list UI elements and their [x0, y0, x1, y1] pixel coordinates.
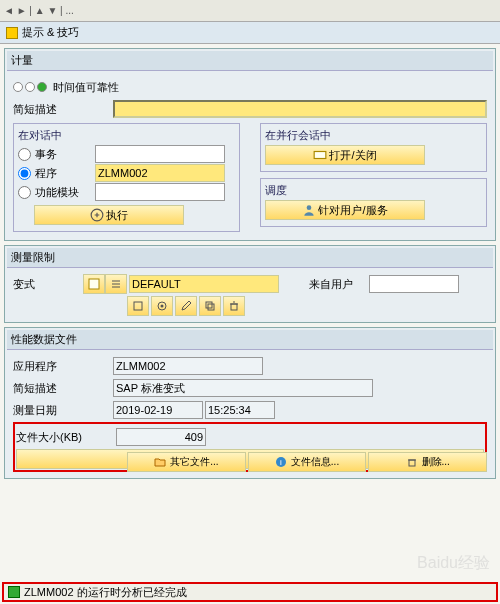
execute-icon: [90, 208, 104, 222]
radio-transaction[interactable]: [18, 148, 31, 161]
radio-transaction-label: 事务: [35, 147, 95, 162]
status-message: ZLMM002 的运行时分析已经完成: [24, 585, 187, 600]
svg-rect-8: [208, 304, 214, 310]
status-bar: ZLMM002 的运行时分析已经完成: [2, 582, 498, 602]
trash-icon: [406, 456, 418, 468]
svg-rect-1: [315, 152, 327, 159]
app-program-label: 应用程序: [13, 359, 113, 374]
variant-input[interactable]: [129, 275, 279, 293]
user-icon: [302, 203, 316, 217]
execute-button[interactable]: 执行: [34, 205, 184, 225]
measure-date-value: [113, 401, 203, 419]
measure-panel: 计量 时间值可靠性 简短描述 在对话中 事务: [4, 48, 496, 241]
from-user-input[interactable]: [369, 275, 459, 293]
svg-rect-4: [134, 302, 142, 310]
limit-panel: 测量限制 变式 来自用户: [4, 245, 496, 323]
schedule-button[interactable]: 针对用户/服务: [265, 200, 425, 220]
delete-file-button[interactable]: 删除...: [368, 452, 487, 472]
lightbulb-icon: [6, 27, 18, 39]
open-close-button[interactable]: 打开/关闭: [265, 145, 425, 165]
variant-label: 变式: [13, 277, 83, 292]
delete-icon[interactable]: [223, 296, 245, 316]
reliability-indicator: [13, 82, 47, 92]
perf-file-panel: 性能数据文件 应用程序 简短描述 测量日期 文件大小(KB) 评估: [4, 327, 496, 479]
radio-program[interactable]: [18, 167, 31, 180]
in-dialog-title: 在对话中: [18, 128, 235, 143]
svg-rect-15: [409, 460, 415, 466]
copy-icon[interactable]: [199, 296, 221, 316]
hint-label: 提示 & 技巧: [22, 25, 79, 40]
other-files-button[interactable]: 其它文件...: [127, 452, 246, 472]
window-toolbar: ◄ ► | ▲ ▼ | ...: [0, 0, 500, 22]
short-desc-label: 简短描述: [13, 102, 113, 117]
svg-text:i: i: [280, 458, 282, 467]
variant-help-icon[interactable]: [83, 274, 105, 294]
perf-short-desc-value: [113, 379, 373, 397]
transaction-input[interactable]: [95, 145, 225, 163]
info-icon: i: [275, 456, 287, 468]
nav-arrows[interactable]: ◄ ► | ▲ ▼ | ...: [4, 5, 74, 16]
create-icon[interactable]: [127, 296, 149, 316]
file-size-value: [116, 428, 206, 446]
in-dialog-fieldset: 在对话中 事务 程序 功能模块: [13, 123, 240, 232]
measure-panel-title: 计量: [7, 51, 493, 71]
measure-time-value: [205, 401, 275, 419]
svg-point-6: [161, 305, 164, 308]
hint-bar: 提示 & 技巧: [0, 22, 500, 44]
app-program-value: [113, 357, 263, 375]
limit-panel-title: 测量限制: [7, 248, 493, 268]
display-icon[interactable]: [151, 296, 173, 316]
switch-icon: [313, 148, 327, 162]
file-info-button[interactable]: i 文件信息...: [248, 452, 367, 472]
radio-funcmod-label: 功能模块: [35, 185, 95, 200]
in-parallel-fieldset: 在并行会话中 打开/关闭: [260, 123, 487, 172]
watermark: Baidu经验: [417, 553, 490, 574]
perf-short-desc-label: 简短描述: [13, 381, 113, 396]
measure-date-label: 测量日期: [13, 403, 113, 418]
file-size-label: 文件大小(KB): [16, 430, 116, 445]
edit-icon[interactable]: [175, 296, 197, 316]
svg-rect-9: [231, 304, 237, 310]
svg-rect-7: [206, 302, 212, 308]
schedule-title: 调度: [265, 183, 482, 198]
folder-icon: [154, 456, 166, 468]
from-user-label: 来自用户: [309, 277, 369, 292]
status-ok-icon: [8, 586, 20, 598]
svg-point-2: [307, 205, 312, 210]
svg-rect-3: [89, 279, 99, 289]
short-desc-input[interactable]: [113, 100, 487, 118]
program-input[interactable]: [95, 164, 225, 182]
in-parallel-title: 在并行会话中: [265, 128, 482, 143]
funcmod-input[interactable]: [95, 183, 225, 201]
radio-program-label: 程序: [35, 166, 95, 181]
schedule-fieldset: 调度 针对用户/服务: [260, 178, 487, 227]
perf-file-title: 性能数据文件: [7, 330, 493, 350]
variant-list-icon[interactable]: [105, 274, 127, 294]
time-reliability-label: 时间值可靠性: [53, 80, 119, 95]
radio-funcmod[interactable]: [18, 186, 31, 199]
